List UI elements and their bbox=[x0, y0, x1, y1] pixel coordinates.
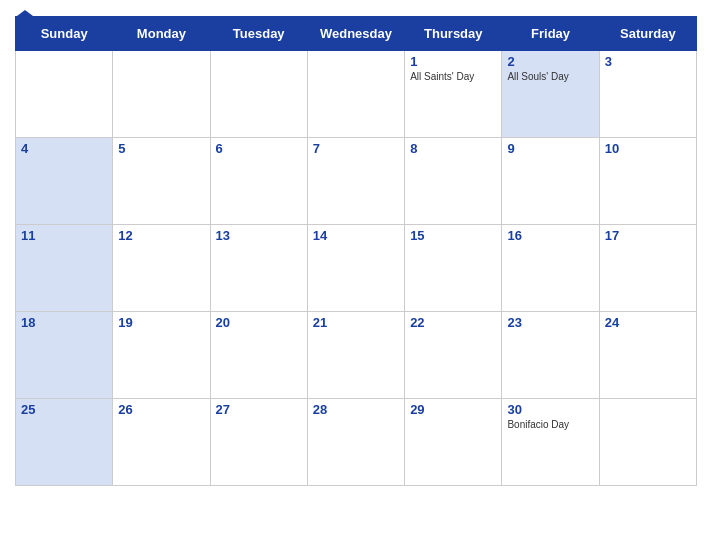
day-number: 10 bbox=[605, 141, 691, 156]
day-number: 22 bbox=[410, 315, 496, 330]
calendar-cell: 9 bbox=[502, 138, 599, 225]
day-number: 19 bbox=[118, 315, 204, 330]
day-number: 14 bbox=[313, 228, 399, 243]
day-number: 13 bbox=[216, 228, 302, 243]
calendar-cell: 4 bbox=[16, 138, 113, 225]
day-number: 16 bbox=[507, 228, 593, 243]
calendar-cell: 26 bbox=[113, 399, 210, 486]
calendar-cell: 18 bbox=[16, 312, 113, 399]
calendar-cell: 30Bonifacio Day bbox=[502, 399, 599, 486]
calendar-body: 1All Saints' Day2All Souls' Day345678910… bbox=[16, 51, 697, 486]
calendar-cell: 27 bbox=[210, 399, 307, 486]
day-event: All Souls' Day bbox=[507, 71, 593, 82]
day-number: 7 bbox=[313, 141, 399, 156]
calendar-cell: 8 bbox=[405, 138, 502, 225]
day-number: 17 bbox=[605, 228, 691, 243]
calendar-table: SundayMondayTuesdayWednesdayThursdayFrid… bbox=[15, 16, 697, 486]
calendar-cell bbox=[307, 51, 404, 138]
calendar-cell: 11 bbox=[16, 225, 113, 312]
day-number: 11 bbox=[21, 228, 107, 243]
weekday-header-friday: Friday bbox=[502, 17, 599, 51]
calendar-cell bbox=[599, 399, 696, 486]
day-event: All Saints' Day bbox=[410, 71, 496, 82]
calendar-cell: 22 bbox=[405, 312, 502, 399]
calendar-cell: 15 bbox=[405, 225, 502, 312]
day-number: 21 bbox=[313, 315, 399, 330]
weekday-header-saturday: Saturday bbox=[599, 17, 696, 51]
calendar-cell bbox=[113, 51, 210, 138]
calendar-cell bbox=[210, 51, 307, 138]
calendar-cell: 16 bbox=[502, 225, 599, 312]
day-number: 12 bbox=[118, 228, 204, 243]
day-number: 20 bbox=[216, 315, 302, 330]
day-number: 8 bbox=[410, 141, 496, 156]
calendar-cell: 17 bbox=[599, 225, 696, 312]
calendar-cell: 5 bbox=[113, 138, 210, 225]
calendar-week-row: 1All Saints' Day2All Souls' Day3 bbox=[16, 51, 697, 138]
day-number: 30 bbox=[507, 402, 593, 417]
logo-icon bbox=[17, 10, 33, 28]
day-number: 27 bbox=[216, 402, 302, 417]
calendar-cell: 24 bbox=[599, 312, 696, 399]
day-number: 5 bbox=[118, 141, 204, 156]
calendar-cell: 25 bbox=[16, 399, 113, 486]
day-number: 3 bbox=[605, 54, 691, 69]
day-event: Bonifacio Day bbox=[507, 419, 593, 430]
weekday-header-monday: Monday bbox=[113, 17, 210, 51]
calendar-cell: 1All Saints' Day bbox=[405, 51, 502, 138]
calendar-cell: 23 bbox=[502, 312, 599, 399]
calendar-week-row: 45678910 bbox=[16, 138, 697, 225]
weekday-header-thursday: Thursday bbox=[405, 17, 502, 51]
calendar-cell: 21 bbox=[307, 312, 404, 399]
calendar-cell bbox=[16, 51, 113, 138]
day-number: 25 bbox=[21, 402, 107, 417]
weekday-header-tuesday: Tuesday bbox=[210, 17, 307, 51]
calendar-week-row: 18192021222324 bbox=[16, 312, 697, 399]
day-number: 15 bbox=[410, 228, 496, 243]
calendar-cell: 6 bbox=[210, 138, 307, 225]
weekday-header-row: SundayMondayTuesdayWednesdayThursdayFrid… bbox=[16, 17, 697, 51]
day-number: 23 bbox=[507, 315, 593, 330]
calendar-cell: 3 bbox=[599, 51, 696, 138]
day-number: 2 bbox=[507, 54, 593, 69]
calendar-cell: 2All Souls' Day bbox=[502, 51, 599, 138]
day-number: 9 bbox=[507, 141, 593, 156]
calendar-cell: 12 bbox=[113, 225, 210, 312]
calendar-cell: 7 bbox=[307, 138, 404, 225]
calendar-cell: 20 bbox=[210, 312, 307, 399]
calendar-cell: 29 bbox=[405, 399, 502, 486]
calendar-cell: 13 bbox=[210, 225, 307, 312]
day-number: 18 bbox=[21, 315, 107, 330]
calendar-container: SundayMondayTuesdayWednesdayThursdayFrid… bbox=[0, 0, 712, 550]
calendar-cell: 19 bbox=[113, 312, 210, 399]
day-number: 26 bbox=[118, 402, 204, 417]
day-number: 28 bbox=[313, 402, 399, 417]
day-number: 1 bbox=[410, 54, 496, 69]
day-number: 24 bbox=[605, 315, 691, 330]
calendar-week-row: 11121314151617 bbox=[16, 225, 697, 312]
day-number: 4 bbox=[21, 141, 107, 156]
calendar-week-row: 252627282930Bonifacio Day bbox=[16, 399, 697, 486]
calendar-cell: 10 bbox=[599, 138, 696, 225]
svg-marker-0 bbox=[17, 10, 33, 28]
day-number: 29 bbox=[410, 402, 496, 417]
calendar-cell: 28 bbox=[307, 399, 404, 486]
day-number: 6 bbox=[216, 141, 302, 156]
logo-area bbox=[15, 10, 33, 28]
calendar-cell: 14 bbox=[307, 225, 404, 312]
weekday-header-wednesday: Wednesday bbox=[307, 17, 404, 51]
